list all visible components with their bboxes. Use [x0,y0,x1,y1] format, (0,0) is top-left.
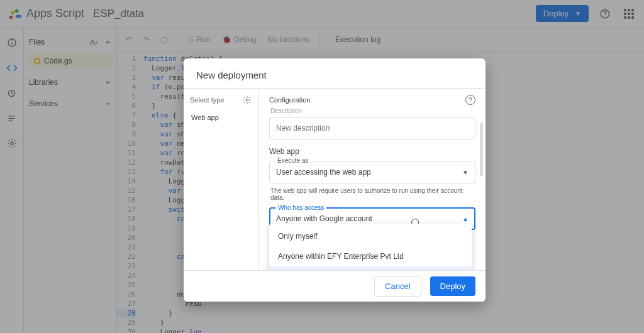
who-has-access-value: Anyone with Google account [276,214,372,223]
execute-as-value: User accessing the web app [276,168,371,177]
deploy-button[interactable]: Deploy [430,276,475,296]
web-app-section-label: Web app [269,147,475,156]
description-label: Description [270,107,475,114]
chevron-down-icon: ▼ [462,169,469,176]
svg-point-14 [246,99,248,101]
description-input[interactable] [269,117,475,139]
execute-as-select[interactable]: Execute as User accessing the web app ▼ [269,161,475,183]
chevron-up-icon: ▲ [462,216,469,222]
scrollbar-thumb[interactable] [480,123,483,177]
access-option[interactable]: Anyone within EFY Enterprise Pvt Ltd [269,246,472,266]
new-deployment-modal: New deployment Select type Web app Confi… [184,58,486,302]
modal-footer: Cancel Deploy [184,270,486,302]
execute-as-label: Execute as [275,157,311,164]
who-has-access-label: Who has access [275,204,326,211]
access-dropdown: Only myself Anyone within EFY Enterprise… [269,224,472,270]
access-option[interactable]: Only myself [269,226,472,246]
execute-as-hint: The web app will require users to author… [270,187,474,201]
configuration-panel: Configuration ? Description Web app Exec… [259,89,486,270]
access-option-selected[interactable]: Anyone with Google account [269,266,472,270]
modal-title: New deployment [184,58,486,89]
help-icon[interactable]: ? [465,95,475,105]
configuration-label: Configuration [269,96,310,104]
type-web-app[interactable]: Web app [190,111,252,124]
cancel-button[interactable]: Cancel [374,276,421,297]
deployment-type-panel: Select type Web app [184,89,259,270]
gear-icon[interactable] [242,95,252,105]
select-type-label: Select type [190,96,224,104]
